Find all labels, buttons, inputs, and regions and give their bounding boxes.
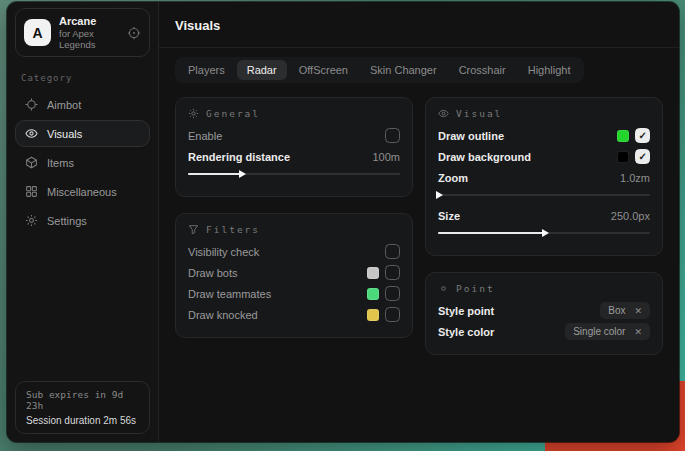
- size-value: 250.0px: [611, 210, 650, 222]
- app-header: A Arcane for Apex Legends: [15, 8, 150, 57]
- zoom-value: 1.0zm: [620, 172, 650, 184]
- setting-label: Zoom: [438, 172, 468, 184]
- tab-skin-changer[interactable]: Skin Changer: [360, 60, 447, 80]
- size-slider[interactable]: [438, 229, 650, 237]
- visual-card: Visual Draw outline Draw background: [425, 97, 663, 256]
- filters-card-header: Filters: [188, 224, 400, 235]
- style-point-row: Style point Box ✕: [438, 300, 650, 321]
- point-card: Point Style point Box ✕ Style color Sing…: [425, 272, 663, 355]
- draw-bots-row: Draw bots: [188, 262, 400, 283]
- slider-thumb[interactable]: [239, 170, 246, 178]
- draw-teammates-checkbox[interactable]: [385, 286, 400, 301]
- app-subtitle: for Apex Legends: [59, 28, 119, 50]
- subscription-info: Sub expires in 9d 23h Session duration 2…: [15, 381, 150, 434]
- color-swatch[interactable]: [367, 288, 379, 300]
- style-point-select[interactable]: Box ✕: [600, 302, 650, 319]
- setting-label: Size: [438, 210, 460, 222]
- close-icon[interactable]: ✕: [634, 327, 642, 337]
- section-title: Visual: [456, 108, 502, 119]
- visual-card-header: Visual: [438, 108, 650, 119]
- setting-label: Draw outline: [438, 130, 504, 142]
- right-column: Visual Draw outline Draw background: [425, 97, 663, 355]
- eye-icon: [438, 108, 449, 119]
- category-label: Category: [21, 73, 144, 83]
- draw-teammates-row: Draw teammates: [188, 283, 400, 304]
- draw-outline-checkbox[interactable]: [635, 128, 650, 143]
- section-title: Filters: [206, 224, 260, 235]
- app-logo: A: [24, 19, 51, 46]
- draw-outline-row: Draw outline: [438, 125, 650, 146]
- color-swatch[interactable]: [617, 151, 629, 163]
- eye-icon: [25, 127, 38, 140]
- general-card-header: General: [188, 108, 400, 119]
- sidebar-item-label: Items: [47, 157, 74, 169]
- tab-crosshair[interactable]: Crosshair: [449, 60, 516, 80]
- funnel-icon: [188, 224, 199, 235]
- sidebar-nav: Aimbot Visuals Items: [15, 91, 150, 234]
- selected-option: Single color: [573, 326, 625, 337]
- visibility-check-row: Visibility check: [188, 241, 400, 262]
- sidebar-item-aimbot[interactable]: Aimbot: [15, 91, 150, 118]
- session-duration: Session duration 2m 56s: [26, 415, 139, 426]
- sidebar: A Arcane for Apex Legends Category: [7, 2, 158, 442]
- sidebar-item-settings[interactable]: Settings: [15, 207, 150, 234]
- enable-row: Enable: [188, 125, 400, 146]
- sidebar-item-label: Miscellaneous: [47, 186, 117, 198]
- draw-background-checkbox[interactable]: [635, 149, 650, 164]
- gear-icon: [188, 108, 199, 119]
- zoom-slider[interactable]: [438, 191, 650, 199]
- setting-label: Draw teammates: [188, 288, 271, 300]
- sidebar-item-label: Visuals: [47, 128, 82, 140]
- sidebar-item-label: Settings: [47, 215, 87, 227]
- style-color-row: Style color Single color ✕: [438, 321, 650, 342]
- filters-card: Filters Visibility check Draw bots: [175, 213, 413, 338]
- sidebar-item-visuals[interactable]: Visuals: [15, 120, 150, 147]
- setting-label: Draw background: [438, 151, 531, 163]
- tab-offscreen[interactable]: OffScreen: [289, 60, 358, 80]
- gear-icon: [25, 214, 38, 227]
- draw-background-row: Draw background: [438, 146, 650, 167]
- sub-expiry: Sub expires in 9d 23h: [26, 389, 139, 411]
- grid-icon: [25, 185, 38, 198]
- setting-label: Visibility check: [188, 246, 259, 258]
- main-panel: Visuals Players Radar OffScreen Skin Cha…: [158, 2, 679, 442]
- app-window: A Arcane for Apex Legends Category: [7, 2, 679, 442]
- enable-checkbox[interactable]: [385, 128, 400, 143]
- tab-bar: Players Radar OffScreen Skin Changer Cro…: [175, 57, 663, 83]
- style-color-select[interactable]: Single color ✕: [565, 323, 650, 340]
- main-header: Visuals: [159, 2, 679, 48]
- setting-label: Style color: [438, 326, 494, 338]
- tab-radar[interactable]: Radar: [237, 60, 287, 80]
- sidebar-item-miscellaneous[interactable]: Miscellaneous: [15, 178, 150, 205]
- setting-label: Draw knocked: [188, 309, 258, 321]
- slider-thumb[interactable]: [542, 229, 549, 237]
- point-card-header: Point: [438, 283, 650, 294]
- size-row: Size 250.0px: [438, 205, 650, 226]
- color-swatch[interactable]: [617, 130, 629, 142]
- rendering-distance-value: 100m: [372, 151, 400, 163]
- slider-thumb[interactable]: [436, 191, 443, 199]
- setting-label: Enable: [188, 130, 222, 142]
- left-column: General Enable Rendering distance 100m: [175, 97, 413, 338]
- visibility-check-checkbox[interactable]: [385, 244, 400, 259]
- sidebar-item-label: Aimbot: [47, 99, 81, 111]
- color-swatch[interactable]: [367, 267, 379, 279]
- setting-label: Rendering distance: [188, 151, 290, 163]
- close-icon[interactable]: ✕: [634, 306, 642, 316]
- color-swatch[interactable]: [367, 309, 379, 321]
- draw-bots-checkbox[interactable]: [385, 265, 400, 280]
- draw-knocked-row: Draw knocked: [188, 304, 400, 325]
- cube-icon: [25, 156, 38, 169]
- sidebar-item-items[interactable]: Items: [15, 149, 150, 176]
- crosshair-icon: [25, 98, 38, 111]
- rendering-distance-slider[interactable]: [188, 170, 400, 178]
- zoom-row: Zoom 1.0zm: [438, 167, 650, 188]
- app-name: Arcane: [59, 15, 119, 27]
- dot-icon: [438, 283, 449, 294]
- rendering-distance-row: Rendering distance 100m: [188, 146, 400, 167]
- draw-knocked-checkbox[interactable]: [385, 307, 400, 322]
- tab-players[interactable]: Players: [178, 60, 235, 80]
- tab-group: Players Radar OffScreen Skin Changer Cro…: [175, 57, 584, 83]
- target-icon[interactable]: [127, 26, 141, 40]
- tab-highlight[interactable]: Highlight: [518, 60, 581, 80]
